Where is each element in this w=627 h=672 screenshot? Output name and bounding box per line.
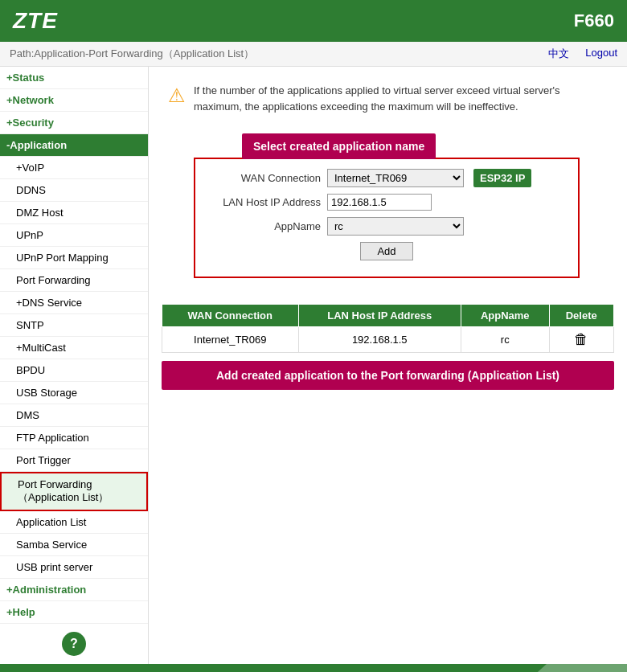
- warning-box: ⚠ If the number of the applications appl…: [162, 76, 614, 121]
- cell-lan: 192.168.1.5: [298, 327, 461, 353]
- help-button[interactable]: ?: [62, 632, 86, 656]
- col-app: AppName: [461, 305, 549, 327]
- add-button[interactable]: Add: [360, 242, 412, 260]
- sidebar-item-bpdu[interactable]: BPDU: [0, 359, 148, 382]
- lan-input[interactable]: [327, 194, 432, 211]
- wan-row: WAN Connection Internet_TR069 ESP32 IP: [208, 169, 565, 187]
- sidebar: +Status +Network +Security -Application …: [0, 67, 149, 664]
- lan-row: LAN Host IP Address: [208, 194, 565, 211]
- layout: +Status +Network +Security -Application …: [0, 67, 627, 664]
- action-bar[interactable]: Add created application to the Port forw…: [162, 361, 614, 390]
- sidebar-item-voip[interactable]: +VoIP: [0, 157, 148, 179]
- sidebar-item-ftp[interactable]: FTP Application: [0, 427, 148, 449]
- sidebar-item-port-trigger[interactable]: Port Trigger: [0, 449, 148, 472]
- sidebar-item-status[interactable]: +Status: [0, 67, 148, 89]
- sidebar-item-multicast[interactable]: +MultiCast: [0, 337, 148, 359]
- cell-wan: Internet_TR069: [162, 327, 299, 353]
- col-wan: WAN Connection: [162, 305, 299, 327]
- topbar-actions: 中文 Logout: [548, 47, 617, 61]
- sidebar-item-security[interactable]: +Security: [0, 112, 148, 134]
- callout-label: Select created application name: [242, 133, 436, 159]
- main-content: ⚠ If the number of the applications appl…: [149, 67, 627, 664]
- cell-app: rc: [461, 327, 549, 353]
- sidebar-item-dmzhost[interactable]: DMZ Host: [0, 202, 148, 224]
- breadcrumb: Path:Application-Port Forwarding（Applica…: [10, 47, 254, 61]
- cell-delete[interactable]: 🗑: [549, 327, 614, 353]
- appname-row: AppName rc: [208, 217, 565, 236]
- esp32-ip-label: ESP32 IP: [473, 169, 531, 187]
- language-link[interactable]: 中文: [548, 47, 569, 61]
- sidebar-item-sntp[interactable]: SNTP: [0, 314, 148, 337]
- port-forwarding-table: WAN Connection LAN Host IP Address AppNa…: [162, 304, 614, 353]
- delete-icon[interactable]: 🗑: [574, 331, 588, 347]
- config-form: WAN Connection Internet_TR069 ESP32 IP L…: [194, 158, 580, 278]
- table-row: Internet_TR069 192.168.1.5 rc 🗑: [162, 327, 614, 353]
- header: ZTE F660: [0, 0, 627, 42]
- sidebar-item-administration[interactable]: +Administration: [0, 579, 148, 601]
- appname-label: AppName: [208, 220, 321, 232]
- wan-label: WAN Connection: [208, 172, 321, 184]
- col-lan: LAN Host IP Address: [298, 305, 461, 327]
- sidebar-item-dms[interactable]: DMS: [0, 404, 148, 427]
- model: F660: [574, 10, 614, 31]
- sidebar-item-network[interactable]: +Network: [0, 89, 148, 112]
- logout-link[interactable]: Logout: [585, 47, 617, 61]
- topbar: Path:Application-Port Forwarding（Applica…: [0, 42, 627, 67]
- config-area: Select created application name WAN Conn…: [162, 133, 614, 291]
- warning-text: If the number of the applications applie…: [194, 83, 608, 114]
- logo: ZTE: [13, 8, 58, 34]
- sidebar-item-ddns[interactable]: DDNS: [0, 179, 148, 202]
- sidebar-item-usb-print[interactable]: USB print server: [0, 556, 148, 579]
- add-row: Add: [208, 242, 565, 260]
- footer-stripe: [0, 664, 627, 672]
- appname-select[interactable]: rc: [327, 217, 464, 236]
- sidebar-item-application-list[interactable]: Application List: [0, 511, 148, 534]
- sidebar-item-portforwarding[interactable]: Port Forwarding: [0, 269, 148, 292]
- sidebar-item-help[interactable]: +Help: [0, 601, 148, 624]
- sidebar-item-dns[interactable]: +DNS Service: [0, 292, 148, 314]
- sidebar-item-upnp[interactable]: UPnP: [0, 224, 148, 247]
- warning-icon: ⚠: [168, 84, 186, 107]
- sidebar-item-application[interactable]: -Application: [0, 134, 148, 157]
- col-delete: Delete: [549, 305, 614, 327]
- lan-label: LAN Host IP Address: [208, 196, 321, 208]
- wan-select[interactable]: Internet_TR069: [327, 169, 464, 187]
- sidebar-item-upnp-portmapping[interactable]: UPnP Port Mapping: [0, 247, 148, 269]
- sidebar-item-samba[interactable]: Samba Service: [0, 534, 148, 556]
- sidebar-item-port-forwarding-list[interactable]: Port Forwarding （Application List）: [0, 472, 148, 511]
- sidebar-item-usb-storage[interactable]: USB Storage: [0, 382, 148, 404]
